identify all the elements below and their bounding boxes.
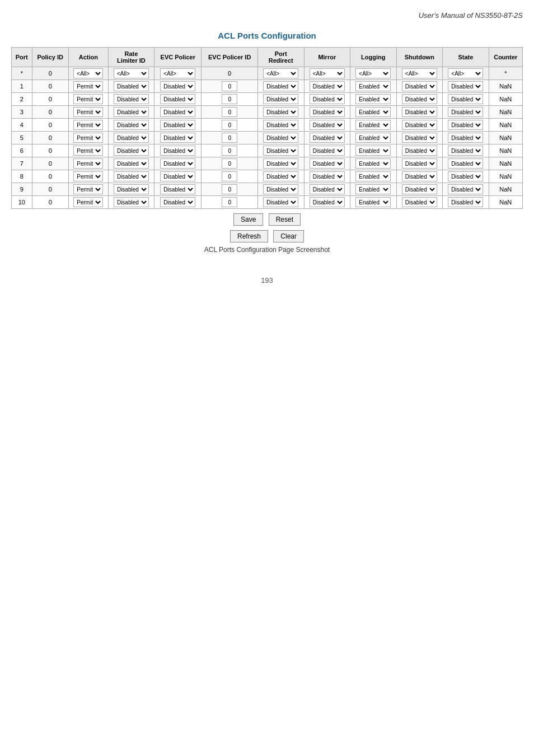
row-8-state-select[interactable]: DisabledEnabled <box>448 171 483 181</box>
row-3-mirror-select[interactable]: DisabledEnabled <box>310 107 345 117</box>
row-4-evc-policer-select[interactable]: DisabledEnabled <box>160 120 195 130</box>
row-6-shutdown-select[interactable]: DisabledEnabled <box>402 146 437 156</box>
row-4-shutdown-select[interactable]: DisabledEnabled <box>402 120 437 130</box>
wildcard-shutdown-select[interactable]: <All> Disabled Enabled <box>402 68 437 78</box>
row-4-state-select[interactable]: DisabledEnabled <box>448 120 483 130</box>
refresh-button[interactable]: Refresh <box>230 230 268 242</box>
row-9-port-redirect-select[interactable]: DisabledEnabled <box>263 184 298 194</box>
row-1-state-select[interactable]: DisabledEnabled <box>448 81 483 91</box>
row-10-shutdown-select[interactable]: DisabledEnabled <box>402 197 437 207</box>
row-10-port-redirect-select[interactable]: DisabledEnabled <box>263 197 298 207</box>
row-7-evc-policer-id-input[interactable] <box>222 158 237 169</box>
row-7-logging-select[interactable]: DisabledEnabled <box>355 158 391 169</box>
row-4-logging-select[interactable]: DisabledEnabled <box>355 120 391 130</box>
row-2-logging-select[interactable]: DisabledEnabled <box>355 94 391 104</box>
row-3-shutdown-select[interactable]: DisabledEnabled <box>402 107 437 117</box>
row-4-port-redirect-select[interactable]: DisabledEnabled <box>263 120 298 130</box>
row-6-action-select[interactable]: PermitDeny <box>73 146 103 156</box>
row-10-evc-policer-id-input[interactable] <box>222 197 237 207</box>
row-3-port-redirect-select[interactable]: DisabledEnabled <box>263 107 298 117</box>
row-9-logging-select[interactable]: DisabledEnabled <box>355 184 391 194</box>
row-2-rate-limiter-select[interactable]: DisabledEnabled <box>114 94 149 104</box>
row-2-evc-policer-id-input[interactable] <box>222 94 237 104</box>
row-2-shutdown-select[interactable]: DisabledEnabled <box>402 94 437 104</box>
row-8-action-select[interactable]: PermitDeny <box>73 171 103 181</box>
row-5-rate-limiter-select[interactable]: DisabledEnabled <box>114 133 149 143</box>
row-5-port-redirect-select[interactable]: DisabledEnabled <box>263 133 298 143</box>
row-8-rate-limiter-select[interactable]: DisabledEnabled <box>114 171 149 181</box>
row-9-evc-policer-id-input[interactable] <box>222 184 237 194</box>
row-3-action-select[interactable]: PermitDeny <box>73 107 103 117</box>
clear-button[interactable]: Clear <box>273 230 304 242</box>
wildcard-evc-policer-select[interactable]: <All> Disabled Enabled <box>160 68 195 78</box>
row-3-rate-limiter-select[interactable]: DisabledEnabled <box>114 107 149 117</box>
wildcard-logging-select[interactable]: <All> Disabled Enabled <box>355 68 391 78</box>
row-1-port-redirect-select[interactable]: DisabledEnabled <box>263 81 298 91</box>
wildcard-action-select[interactable]: <All> Permit Deny <box>73 68 103 78</box>
row-6-mirror-select[interactable]: DisabledEnabled <box>310 146 345 156</box>
row-9-mirror-select[interactable]: DisabledEnabled <box>310 184 345 194</box>
row-2-evc-policer-select[interactable]: DisabledEnabled <box>160 94 195 104</box>
row-10-state-select[interactable]: DisabledEnabled <box>448 197 483 207</box>
row-4-evc-policer-id-input[interactable] <box>222 120 237 130</box>
row-3-logging-select[interactable]: DisabledEnabled <box>355 107 391 117</box>
row-8-shutdown-select[interactable]: DisabledEnabled <box>402 171 437 181</box>
row-5-mirror-select[interactable]: DisabledEnabled <box>310 133 345 143</box>
row-4-mirror-select[interactable]: DisabledEnabled <box>310 120 345 130</box>
row-1-logging-select[interactable]: DisabledEnabled <box>355 81 391 91</box>
row-2-action-select[interactable]: PermitDeny <box>73 94 103 104</box>
row-3-evc-policer-id-input[interactable] <box>222 107 237 117</box>
row-1-mirror-select[interactable]: DisabledEnabled <box>310 81 345 91</box>
row-6-state-select[interactable]: DisabledEnabled <box>448 146 483 156</box>
row-5-evc-policer-id-input[interactable] <box>222 133 237 143</box>
row-6-rate-limiter-select[interactable]: DisabledEnabled <box>114 146 149 156</box>
row-2-port-redirect-select[interactable]: DisabledEnabled <box>263 94 298 104</box>
row-1-evc-policer-id-input[interactable] <box>222 81 237 91</box>
row-7-action-select[interactable]: PermitDeny <box>73 158 103 169</box>
row-8-port-redirect-select[interactable]: DisabledEnabled <box>263 171 298 181</box>
row-7-rate-limiter-select[interactable]: DisabledEnabled <box>114 158 149 169</box>
row-7-mirror-select[interactable]: DisabledEnabled <box>310 158 345 169</box>
row-5-action-select[interactable]: PermitDeny <box>73 133 103 143</box>
row-5-shutdown-select[interactable]: DisabledEnabled <box>402 133 437 143</box>
row-9-rate-limiter-select[interactable]: DisabledEnabled <box>114 184 149 194</box>
row-10-evc-policer-select[interactable]: DisabledEnabled <box>160 197 195 207</box>
row-1-evc-policer-select[interactable]: DisabledEnabled <box>160 81 195 91</box>
row-1-action-select[interactable]: PermitDeny <box>73 81 103 91</box>
row-6-evc-policer-id-input[interactable] <box>222 146 237 156</box>
wildcard-mirror-select[interactable]: <All> Disabled Enabled <box>310 68 345 78</box>
wildcard-rate-limiter-select[interactable]: <All> Disabled Enabled <box>114 68 149 78</box>
row-9-state-select[interactable]: DisabledEnabled <box>448 184 483 194</box>
row-6-logging-select[interactable]: DisabledEnabled <box>355 146 391 156</box>
row-4-rate-limiter-select[interactable]: DisabledEnabled <box>114 120 149 130</box>
row-7-state-select[interactable]: DisabledEnabled <box>448 158 483 169</box>
row-10-mirror-select[interactable]: DisabledEnabled <box>310 197 345 207</box>
row-8-logging-select[interactable]: DisabledEnabled <box>355 171 391 181</box>
row-2-mirror-select[interactable]: DisabledEnabled <box>310 94 345 104</box>
row-9-shutdown-select[interactable]: DisabledEnabled <box>402 184 437 194</box>
row-7-shutdown-select[interactable]: DisabledEnabled <box>402 158 437 169</box>
row-5-evc-policer-select[interactable]: DisabledEnabled <box>160 133 195 143</box>
row-4-action-select[interactable]: PermitDeny <box>73 120 103 130</box>
row-5-state-select[interactable]: DisabledEnabled <box>448 133 483 143</box>
row-10-rate-limiter-select[interactable]: DisabledEnabled <box>114 197 149 207</box>
row-1-rate-limiter-select[interactable]: DisabledEnabled <box>114 81 149 91</box>
row-6-port-redirect-select[interactable]: DisabledEnabled <box>263 146 298 156</box>
row-7-evc-policer-select[interactable]: DisabledEnabled <box>160 158 195 169</box>
reset-button[interactable]: Reset <box>269 213 301 226</box>
row-10-logging-select[interactable]: DisabledEnabled <box>355 197 391 207</box>
row-8-evc-policer-id-input[interactable] <box>222 171 237 181</box>
row-9-evc-policer-select[interactable]: DisabledEnabled <box>160 184 195 194</box>
row-7-port-redirect-select[interactable]: DisabledEnabled <box>263 158 298 169</box>
row-10-action-select[interactable]: PermitDeny <box>73 197 103 207</box>
row-3-evc-policer-select[interactable]: DisabledEnabled <box>160 107 195 117</box>
row-8-evc-policer-select[interactable]: DisabledEnabled <box>160 171 195 181</box>
row-8-mirror-select[interactable]: DisabledEnabled <box>310 171 345 181</box>
row-5-logging-select[interactable]: DisabledEnabled <box>355 133 391 143</box>
save-button[interactable]: Save <box>233 213 263 226</box>
wildcard-state-select[interactable]: <All> Disabled Enabled <box>448 68 483 78</box>
row-1-shutdown-select[interactable]: DisabledEnabled <box>402 81 437 91</box>
row-6-evc-policer-select[interactable]: DisabledEnabled <box>160 146 195 156</box>
row-9-action-select[interactable]: PermitDeny <box>73 184 103 194</box>
row-2-state-select[interactable]: DisabledEnabled <box>448 94 483 104</box>
